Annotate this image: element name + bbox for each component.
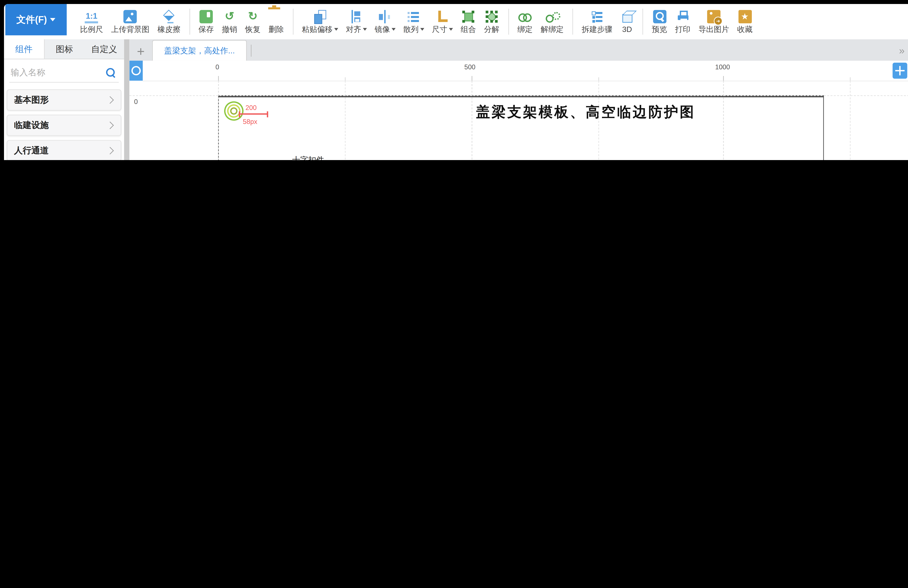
search-input[interactable]: [9, 67, 105, 78]
build-steps-icon: [590, 10, 604, 23]
export-image-icon: [707, 10, 720, 23]
align-icon: [349, 10, 363, 23]
tab-overflow-button[interactable]: »: [891, 41, 908, 61]
category-list: 基本图形 临建设施 人行通道 临电设施 支撑设施 工程结构 防护设施 施工人员: [4, 89, 124, 160]
toolbar-button-label: 保存: [198, 26, 214, 34]
toolbar-button-build-steps[interactable]: 拆建步骤: [578, 4, 617, 39]
toolbar-button-export-image[interactable]: 导出图片: [694, 4, 733, 39]
toolbar-button-label: 打印: [675, 26, 691, 34]
ruler-tick: [723, 76, 724, 81]
toolbar-button-label: 粘贴偏移: [302, 26, 333, 34]
toolbar-button-unbind[interactable]: 解绑定: [537, 4, 568, 39]
sidebar-tabs: 组件 图标 自定义: [4, 39, 124, 59]
toolbar-button-label: 比例尺: [80, 26, 103, 34]
origin-icon: [132, 66, 141, 76]
toolbar-button-distribute[interactable]: 散列: [399, 4, 428, 39]
toolbar-button-label: 上传背景图: [111, 26, 150, 34]
toolbar-button-label: 散列: [403, 26, 419, 34]
dropdown-caret-icon: [391, 28, 395, 33]
toolbar-button-delete[interactable]: 删除: [265, 4, 288, 39]
document-tab-active[interactable]: 盖梁支架，高处作...: [152, 40, 247, 61]
search-icon[interactable]: [105, 67, 116, 78]
ruler-label: 500: [464, 63, 475, 71]
file-menu-button[interactable]: 文件(F): [5, 4, 67, 35]
toolbar-button-ungroup[interactable]: 分解: [480, 4, 503, 39]
tab-separator: [251, 45, 251, 56]
add-tab-button[interactable]: +: [129, 42, 152, 61]
toolbar-button-3d[interactable]: 3D: [617, 4, 638, 39]
drawing-paper[interactable]: 200 58px 盖梁支架模板、高空临边防护图 十字扣件 4.8cm建筑钢管 外…: [218, 95, 824, 160]
scale-marker-px: 58px: [243, 118, 257, 125]
category-label: 基本图形: [14, 94, 49, 106]
component-sidebar: 组件 图标 自定义 基本图形 临建设施 人行通道 临电设施 支撑设施 工程结构 …: [4, 39, 124, 160]
toolbar-button-label: 撤销: [222, 26, 237, 34]
sidebar-item-basic-shapes[interactable]: 基本图形: [7, 89, 121, 111]
category-label: 临建设施: [14, 119, 49, 132]
chevron-right-icon: [106, 122, 114, 129]
toolbar-button-paste-offset[interactable]: 粘贴偏移: [298, 4, 342, 39]
drawing-title: 盖梁支架模板、高空临边防护图: [352, 103, 819, 121]
chevron-right-icon: [106, 96, 114, 104]
dimension-icon: [436, 10, 449, 23]
distribute-icon: [407, 10, 420, 23]
redo-icon: ↻: [246, 10, 259, 23]
toolbar-button-eraser[interactable]: 橡皮擦: [153, 4, 185, 39]
ruler-tick: [598, 77, 599, 80]
eraser-icon: [163, 10, 175, 23]
ruler-label: 0: [134, 98, 138, 105]
canvas-area: + 盖梁支架，高处作... » 0 500 1000 0 500 200 58p…: [129, 39, 908, 160]
toolbar-button-align[interactable]: 对齐: [342, 4, 371, 39]
ruler-tick: [472, 76, 472, 81]
toolbar-separator: [293, 9, 293, 35]
toolbar-button-preview[interactable]: 预览: [648, 4, 671, 39]
toolbar-separator: [189, 9, 190, 35]
toolbar-button-label: 对齐: [346, 26, 361, 34]
callout-cross-clamp: 十字扣件: [292, 154, 324, 160]
undo-icon: ↺: [223, 10, 236, 23]
sidebar-item-temporary-facilities[interactable]: 临建设施: [7, 115, 121, 136]
fit-view-button[interactable]: [893, 63, 907, 79]
toolbar-button-label: 3D: [622, 26, 632, 34]
dropdown-caret-icon: [50, 18, 56, 24]
file-menu-label: 文件(F): [16, 14, 47, 26]
preview-icon: [653, 10, 666, 23]
sidebar-tab-custom[interactable]: 自定义: [84, 39, 124, 59]
sidebar-divider: [124, 39, 129, 160]
dropdown-caret-icon: [334, 28, 338, 33]
toolbar-button-scale-ruler[interactable]: 1:1比例尺: [76, 4, 107, 39]
toolbar-button-dimension[interactable]: 尺寸: [428, 4, 457, 39]
toolbar-button-label: 预览: [652, 26, 667, 34]
paste-offset-icon: [313, 10, 327, 23]
scale-marker-value: 200: [246, 104, 257, 111]
toolbar-button-bind[interactable]: 绑定: [514, 4, 537, 39]
toolbar-button-favorite[interactable]: 收藏: [733, 4, 757, 39]
ungroup-icon: [485, 10, 498, 23]
save-icon: [200, 10, 213, 23]
toolbar-button-label: 橡皮擦: [158, 26, 180, 34]
toolbar-button-redo[interactable]: ↻恢复: [241, 4, 265, 39]
toolbar-button-group[interactable]: 组合: [457, 4, 480, 39]
dropdown-caret-icon: [363, 28, 367, 33]
ruler-label: 0: [216, 63, 219, 71]
ruler-origin-button[interactable]: [129, 61, 143, 80]
toolbar-button-undo[interactable]: ↺撤销: [218, 4, 241, 39]
toolbar-button-print[interactable]: 打印: [671, 4, 695, 39]
toolbar-button-save[interactable]: 保存: [195, 4, 218, 39]
toolbar-button-label: 绑定: [517, 26, 533, 34]
bind-icon: [518, 10, 531, 23]
sidebar-item-pedestrian-passage[interactable]: 人行通道: [7, 140, 121, 160]
sidebar-tab-components[interactable]: 组件: [4, 39, 45, 59]
sidebar-search: [9, 66, 119, 83]
app-window: 文件(F) 1:1比例尺 上传背景图 橡皮擦 保存 ↺撤销 ↻恢复 删除 粘贴偏…: [4, 4, 908, 160]
app-root: 文件(F) 1:1比例尺 上传背景图 橡皮擦 保存 ↺撤销 ↻恢复 删除 粘贴偏…: [0, 0, 908, 160]
horizontal-ruler[interactable]: 0 500 1000: [143, 61, 908, 81]
sidebar-tab-icons[interactable]: 图标: [45, 39, 84, 59]
group-icon: [462, 10, 475, 23]
toolbar: 文件(F) 1:1比例尺 上传背景图 橡皮擦 保存 ↺撤销 ↻恢复 删除 粘贴偏…: [4, 4, 908, 40]
category-label: 人行通道: [14, 145, 49, 157]
ruler-label: 1000: [715, 63, 730, 71]
toolbar-button-upload-background[interactable]: 上传背景图: [107, 4, 153, 39]
cube-icon: [620, 10, 634, 23]
toolbar-button-mirror[interactable]: 镜像: [371, 4, 399, 39]
toolbar-button-label: 收藏: [737, 26, 752, 34]
